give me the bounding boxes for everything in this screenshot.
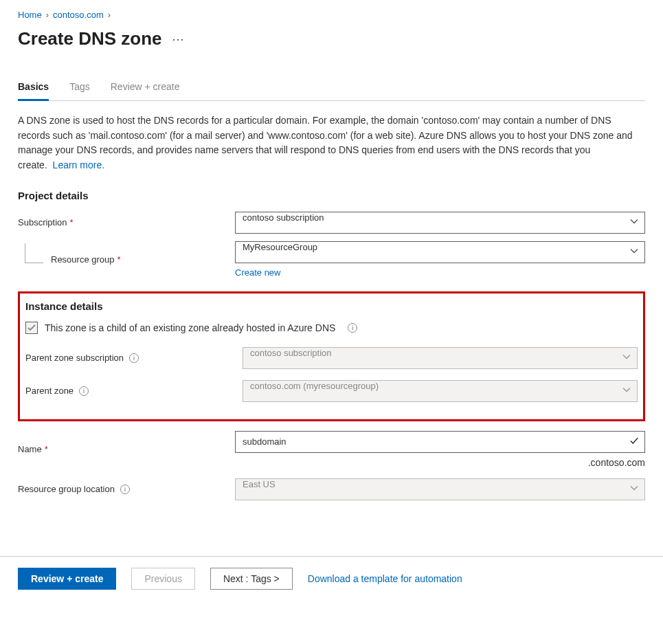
breadcrumb-home[interactable]: Home (18, 10, 42, 20)
child-zone-checkbox[interactable] (25, 322, 38, 334)
required-icon: * (117, 254, 121, 265)
instance-details-highlight: Instance details This zone is a child of… (18, 291, 645, 421)
subscription-label: Subscription (18, 217, 67, 227)
name-label: Name (18, 444, 42, 454)
breadcrumb: Home › contoso.com › (18, 10, 645, 20)
review-create-button[interactable]: Review + create (18, 568, 116, 590)
learn-more-link[interactable]: Learn more. (53, 159, 104, 170)
download-template-link[interactable]: Download a template for automation (308, 573, 462, 584)
name-suffix: .contoso.com (235, 457, 645, 468)
info-icon[interactable]: i (348, 323, 357, 333)
chevron-right-icon: › (46, 10, 49, 20)
tab-basics[interactable]: Basics (18, 81, 49, 101)
info-icon[interactable]: i (129, 353, 139, 363)
info-icon[interactable]: i (120, 485, 130, 494)
project-details-heading: Project details (18, 190, 645, 201)
location-value: East US (235, 478, 645, 500)
location-label: Resource group location (18, 484, 115, 494)
previous-button: Previous (131, 568, 194, 590)
required-icon: * (45, 444, 48, 454)
chevron-right-icon: › (108, 10, 111, 20)
more-menu-button[interactable]: ⋯ (172, 32, 185, 47)
subscription-select[interactable]: contoso subscription (235, 212, 645, 234)
parent-subscription-label: Parent zone subscription (25, 353, 124, 363)
name-input-wrap (235, 431, 645, 453)
page-title: Create DNS zone (18, 28, 162, 49)
breadcrumb-item[interactable]: contoso.com (53, 10, 104, 20)
tab-review-create[interactable]: Review + create (111, 81, 180, 101)
tabs: Basics Tags Review + create (18, 81, 645, 101)
name-input[interactable] (235, 431, 645, 453)
parent-zone-value: contoso.com (myresourcegroup) (243, 380, 638, 402)
child-zone-label: This zone is a child of an existing zone… (45, 322, 335, 333)
tab-tags[interactable]: Tags (69, 81, 90, 101)
instance-details-heading: Instance details (25, 300, 638, 312)
subscription-value: contoso subscription (235, 212, 645, 234)
create-new-link[interactable]: Create new (235, 267, 280, 278)
required-icon: * (70, 217, 74, 227)
resource-group-value: MyResourceGroup (235, 241, 645, 263)
parent-zone-label: Parent zone (25, 386, 74, 396)
description-text: A DNS zone is used to host the DNS recor… (18, 113, 645, 173)
parent-zone-select[interactable]: contoso.com (myresourcegroup) (243, 380, 638, 402)
parent-subscription-value: contoso subscription (243, 347, 638, 369)
location-select[interactable]: East US (235, 478, 645, 500)
parent-subscription-select[interactable]: contoso subscription (243, 347, 638, 369)
next-button[interactable]: Next : Tags > (210, 568, 293, 590)
footer: Review + create Previous Next : Tags > D… (0, 556, 663, 601)
resource-group-label: Resource group (51, 254, 115, 265)
info-icon[interactable]: i (79, 386, 89, 396)
resource-group-select[interactable]: MyResourceGroup (235, 241, 645, 263)
